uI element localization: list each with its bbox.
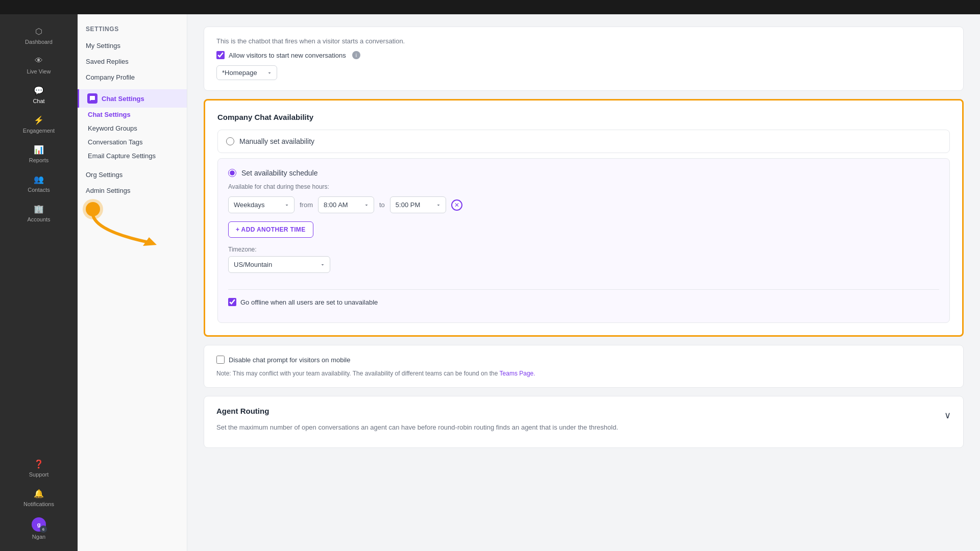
sidebar-item-reports[interactable]: 📊 Reports — [0, 139, 78, 168]
sidebar-item-notifications[interactable]: 🔔 Notifications — [0, 483, 78, 512]
accounts-icon: 🏢 — [33, 203, 44, 214]
disable-chat-section: Disable chat prompt for visitors on mobi… — [204, 345, 964, 388]
schedule-availability-section: Set availability schedule Available for … — [217, 158, 950, 323]
sidebar-item-admin-settings[interactable]: Admin Settings — [78, 183, 187, 198]
agent-routing-title: Agent Routing — [216, 407, 269, 415]
sidebar-item-live-view[interactable]: 👁 Live View — [0, 50, 78, 80]
availability-title: Company Chat Availability — [217, 113, 950, 121]
manual-availability-option[interactable]: Manually set availability — [217, 130, 950, 153]
bell-icon: 🔔 — [33, 488, 44, 499]
settings-title: Settings — [78, 22, 187, 38]
contacts-icon: 👥 — [33, 173, 44, 185]
homepage-dropdown[interactable]: *Homepage Contact Page Pricing Page — [216, 65, 277, 80]
schedule-availability-option[interactable]: Set availability schedule — [228, 169, 939, 183]
live-view-icon: 👁 — [33, 55, 44, 66]
sidebar-item-org-settings[interactable]: Org Settings — [78, 167, 187, 183]
manual-label: Manually set availability — [239, 137, 314, 145]
main-content: This is the chatbot that fires when a vi… — [187, 14, 980, 551]
from-time-select[interactable]: 8:00 AM 9:00 AM 10:00 AM — [318, 196, 374, 213]
chat-settings-group-icon — [87, 93, 97, 104]
second-sidebar: Settings My Settings Saved Replies Compa… — [78, 14, 187, 551]
sidebar-item-user[interactable]: g 6 Ngan — [0, 512, 78, 545]
sidebar-item-support[interactable]: ❓ Support — [0, 453, 78, 483]
agent-routing-section: Agent Routing ∨ Set the maximum number o… — [204, 396, 964, 448]
add-another-time-button[interactable]: + ADD ANOTHER TIME — [228, 221, 313, 238]
info-icon[interactable]: i — [352, 51, 360, 59]
sidebar-item-my-settings[interactable]: My Settings — [78, 38, 187, 54]
sidebar-subitem-chat-settings[interactable]: Chat Settings — [78, 108, 187, 121]
reports-icon: 📊 — [33, 144, 44, 155]
sidebar-subitem-email-capture[interactable]: Email Capture Settings — [78, 149, 187, 163]
sidebar-item-dashboard[interactable]: ⬡ Dashboard — [0, 20, 78, 50]
available-hours-label: Available for chat during these hours: — [228, 183, 939, 190]
days-select[interactable]: Weekdays Weekends Monday Friday — [228, 196, 295, 213]
to-label: to — [379, 201, 385, 209]
agent-routing-collapse-button[interactable]: ∨ — [944, 410, 951, 421]
schedule-time-row: Weekdays Weekends Monday Friday from 8:0… — [228, 196, 939, 213]
icon-nav: ⬡ Dashboard 👁 Live View 💬 Chat ⚡ Engagem… — [0, 14, 78, 551]
top-bar — [0, 0, 980, 14]
go-offline-label: Go offline when all users are set to una… — [240, 298, 378, 306]
disable-chat-checkbox[interactable] — [216, 356, 225, 364]
sidebar-item-company-profile[interactable]: Company Profile — [78, 69, 187, 85]
allow-visitors-checkbox[interactable] — [216, 51, 225, 59]
remove-time-button[interactable]: ✕ — [451, 199, 462, 211]
sidebar-subitem-conversation-tags[interactable]: Conversation Tags — [78, 135, 187, 149]
allow-visitors-row: Allow visitors to start new conversation… — [216, 51, 951, 59]
allow-visitors-label: Allow visitors to start new conversation… — [229, 52, 346, 59]
schedule-radio[interactable] — [228, 169, 236, 177]
disable-chat-label: Disable chat prompt for visitors on mobi… — [229, 356, 350, 364]
chat-icon: 💬 — [33, 85, 44, 96]
avatar: g 6 — [32, 517, 46, 532]
note-text: Note: This may conflict with your team a… — [216, 370, 951, 377]
timezone-select[interactable]: US/Mountain US/Pacific US/Eastern US/Cen… — [228, 256, 330, 273]
disable-chat-row: Disable chat prompt for visitors on mobi… — [216, 356, 951, 364]
dashboard-icon: ⬡ — [33, 26, 44, 37]
sidebar-item-contacts[interactable]: 👥 Contacts — [0, 168, 78, 198]
to-time-select[interactable]: 5:00 PM 6:00 PM 7:00 PM — [390, 196, 446, 213]
support-icon: ❓ — [33, 458, 44, 469]
chatbot-section: This is the chatbot that fires when a vi… — [204, 27, 964, 91]
agent-routing-description: Set the maximum number of open conversat… — [216, 423, 951, 431]
manual-radio[interactable] — [226, 137, 234, 145]
sidebar-item-engagement[interactable]: ⚡ Engagement — [0, 109, 78, 139]
go-offline-row: Go offline when all users are set to una… — [228, 298, 939, 306]
timezone-label: Timezone: — [228, 246, 939, 253]
timezone-group: Timezone: US/Mountain US/Pacific US/East… — [228, 246, 939, 281]
sidebar-item-saved-replies[interactable]: Saved Replies — [78, 54, 187, 69]
chatbot-description: This is the chatbot that fires when a vi… — [216, 37, 951, 45]
divider — [228, 289, 939, 290]
sidebar-item-chat-settings-group[interactable]: Chat Settings — [78, 89, 187, 108]
sidebar-subitem-keyword-groups[interactable]: Keyword Groups — [78, 121, 187, 135]
teams-page-link[interactable]: Teams Page. — [500, 370, 535, 377]
schedule-label: Set availability schedule — [241, 169, 317, 177]
go-offline-checkbox[interactable] — [228, 298, 236, 306]
agent-routing-header: Agent Routing ∨ — [216, 407, 951, 423]
sidebar-item-accounts[interactable]: 🏢 Accounts — [0, 198, 78, 228]
from-label: from — [300, 201, 313, 209]
engagement-icon: ⚡ — [33, 114, 44, 126]
sidebar-item-chat[interactable]: 💬 Chat — [0, 80, 78, 109]
availability-section: Company Chat Availability Manually set a… — [204, 99, 964, 337]
